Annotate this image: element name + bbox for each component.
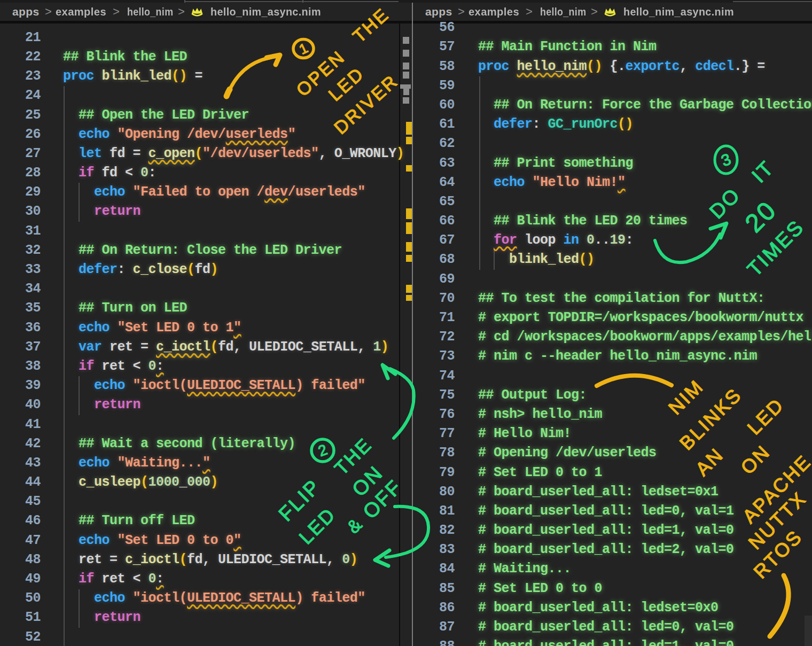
svg-text:DO: DO — [705, 183, 745, 223]
svg-text:LED: LED — [743, 394, 788, 439]
svg-text:THE: THE — [349, 4, 393, 46]
svg-text:IT: IT — [747, 156, 778, 187]
svg-text:20: 20 — [739, 195, 782, 237]
svg-text:1: 1 — [296, 40, 310, 57]
svg-text:AN: AN — [691, 443, 728, 480]
svg-text:3: 3 — [719, 150, 733, 170]
svg-text:ON: ON — [736, 440, 774, 478]
svg-text:&: & — [342, 513, 366, 537]
svg-text:2: 2 — [316, 441, 329, 460]
